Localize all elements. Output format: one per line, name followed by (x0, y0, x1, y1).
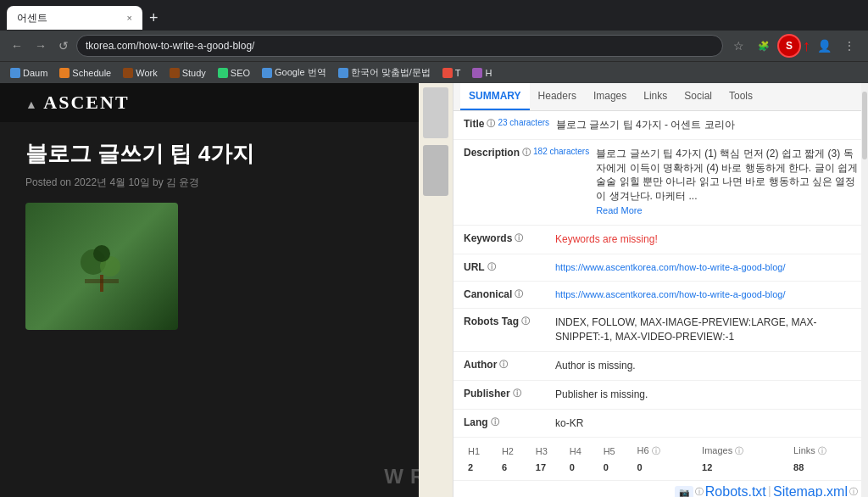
th-h3: H3 (531, 443, 565, 460)
canonical-info-icon[interactable]: ⓘ (515, 288, 523, 300)
sitemap-xml-link[interactable]: Sitemap.xml (773, 484, 848, 497)
back-button[interactable]: ← (7, 36, 27, 55)
url-info-icon[interactable]: ⓘ (487, 261, 496, 273)
bookmark-seo[interactable]: SEO (214, 66, 253, 80)
links-info-icon[interactable]: ⓘ (818, 446, 826, 455)
nav-bar: ← → ↺ tkorea.com/how-to-write-a-good-blo… (0, 31, 868, 61)
bookmark-h-icon (472, 68, 482, 78)
tab-summary[interactable]: SUMMARY (460, 83, 530, 110)
bookmark-schedule[interactable]: Schedule (56, 66, 114, 80)
td-h1: 2 (464, 460, 498, 475)
bookmark-seo-icon (218, 68, 228, 78)
keywords-info-icon[interactable]: ⓘ (515, 232, 523, 244)
td-h4: 0 (565, 460, 599, 475)
seo-robots-label: Robots Tag ⓘ (464, 316, 548, 327)
td-h6: 0 (633, 460, 686, 475)
seo-keywords-label-text: Keywords (464, 232, 512, 244)
td-h2: 6 (498, 460, 531, 475)
bookmark-work-label: Work (136, 68, 157, 78)
bookmark-korean-grammar[interactable]: 한국어 맞춤법/문법 (335, 64, 434, 81)
robots-txt-link[interactable]: Robots.txt (705, 484, 766, 497)
bookmark-korean-grammar-label: 한국어 맞춤법/문법 (351, 66, 431, 79)
sidebar-image-2 (423, 145, 448, 196)
seo-publisher-value: Publisher is missing. (555, 388, 858, 402)
seo-canonical-label-text: Canonical (464, 288, 512, 300)
bookmark-daum[interactable]: Daum (7, 66, 51, 80)
menu-button[interactable]: ⋮ (837, 34, 861, 58)
seo-title-value: 블로그 글쓰기 팁 4가지 - 어센트 코리아 (556, 118, 858, 132)
h6-info-icon[interactable]: ⓘ (652, 446, 660, 455)
bookmark-study-icon (170, 68, 180, 78)
lang-info-icon[interactable]: ⓘ (491, 416, 499, 428)
screenshot-icon: 📷 (675, 486, 693, 497)
tab-title: 어센트 (17, 11, 122, 25)
bookmark-google-translate-icon (262, 68, 272, 78)
refresh-button[interactable]: ↺ (54, 36, 73, 55)
bookmark-h[interactable]: H (469, 66, 495, 80)
seo-url-label: URL ⓘ (464, 261, 548, 273)
seo-tabs: SUMMARY Headers Images Links Social Tool… (453, 83, 868, 111)
bookmark-korean-grammar-icon (338, 68, 348, 78)
bookmark-schedule-label: Schedule (72, 68, 111, 78)
seo-scrollbar-track[interactable] (861, 83, 868, 497)
bookmark-work[interactable]: Work (120, 66, 160, 80)
td-links: 88 (789, 460, 858, 475)
th-h1: H1 (464, 443, 498, 460)
tab-headers[interactable]: Headers (530, 83, 585, 110)
seo-canonical-value: https://www.ascentkorea.com/how-to-write… (555, 288, 858, 301)
site-logo-text: ASCENT (43, 92, 129, 113)
title-char-count: 23 characters (498, 118, 549, 127)
bookmark-t[interactable]: T (439, 66, 465, 80)
svg-point-2 (93, 245, 110, 262)
tab-images[interactable]: Images (585, 83, 635, 110)
bookmark-google-translate[interactable]: Google 번역 (259, 64, 330, 81)
seo-extension-button[interactable]: S (777, 34, 801, 58)
arrow-indicator: ↑ (803, 37, 810, 55)
footer-separator: | (768, 484, 771, 497)
seo-url-link[interactable]: https://www.ascentkorea.com/how-to-write… (555, 261, 858, 274)
tab-social[interactable]: Social (676, 83, 721, 110)
bookmark-star-button[interactable]: ☆ (726, 34, 750, 58)
tab-tools[interactable]: Tools (721, 83, 761, 110)
description-info-icon[interactable]: ⓘ (522, 147, 531, 159)
title-info-icon[interactable]: ⓘ (487, 118, 495, 130)
profile-button[interactable]: 👤 (812, 34, 836, 58)
seo-canonical-link[interactable]: https://www.ascentkorea.com/how-to-write… (555, 288, 858, 301)
publisher-info-icon[interactable]: ⓘ (513, 388, 521, 399)
seo-author-label: Author ⓘ (464, 359, 548, 371)
address-text: tkorea.com/how-to-write-a-good-blog/ (86, 40, 254, 52)
read-more-link[interactable]: Read More (596, 205, 642, 215)
bookmark-study-label: Study (182, 68, 206, 78)
td-images: 12 (685, 460, 789, 475)
sitemap-info-icon[interactable]: ⓘ (849, 486, 858, 497)
new-tab-button[interactable]: + (146, 9, 162, 27)
th-links: Links ⓘ (789, 443, 858, 460)
seo-keywords-row: Keywords ⓘ Keywords are missing! (453, 226, 868, 254)
seo-headings-table-row: H1 H2 H3 H4 H5 H6 ⓘ Images ⓘ Links ⓘ 2 (453, 438, 868, 481)
th-h2: H2 (498, 443, 531, 460)
active-tab[interactable]: 어센트 × (7, 6, 142, 30)
seo-url-label-text: URL (464, 261, 485, 273)
tab-close-button[interactable]: × (127, 13, 132, 23)
seo-scrollbar-thumb[interactable] (862, 92, 867, 159)
seo-title-label: Title ⓘ 23 characters (464, 118, 549, 130)
screenshot-info-icon[interactable]: ⓘ (695, 486, 704, 497)
tab-links[interactable]: Links (635, 83, 676, 110)
forward-button[interactable]: → (31, 36, 51, 55)
seo-keywords-value: Keywords are missing! (555, 232, 858, 247)
bookmark-study[interactable]: Study (166, 66, 209, 80)
seo-canonical-row: Canonical ⓘ https://www.ascentkorea.com/… (453, 282, 868, 309)
bookmark-google-translate-label: Google 번역 (275, 66, 326, 79)
images-info-icon[interactable]: ⓘ (735, 446, 743, 455)
seo-panel: SUMMARY Headers Images Links Social Tool… (453, 83, 868, 497)
seo-description-row: Description ⓘ 182 characters 블로그 글쓰기 팁 4… (453, 140, 868, 226)
article-image-svg (68, 232, 136, 300)
th-images: Images ⓘ (685, 443, 789, 460)
address-bar[interactable]: tkorea.com/how-to-write-a-good-blog/ (76, 35, 723, 57)
seo-robots-label-text: Robots Tag (464, 316, 519, 327)
extensions-button[interactable]: 🧩 (752, 34, 776, 58)
bookmark-schedule-icon (59, 68, 70, 78)
author-info-icon[interactable]: ⓘ (499, 359, 508, 371)
robots-info-icon[interactable]: ⓘ (521, 316, 530, 327)
seo-author-label-text: Author (464, 359, 497, 371)
